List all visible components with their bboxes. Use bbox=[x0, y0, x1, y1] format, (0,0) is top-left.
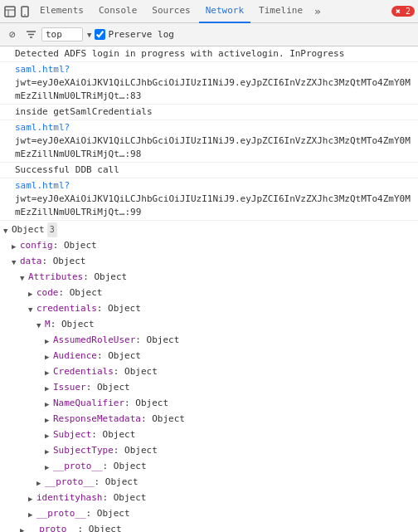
tree-node-audience[interactable]: ▶ Audience : Object bbox=[3, 349, 415, 364]
clear-console-button[interactable]: ⊘ bbox=[5, 27, 20, 42]
key-m: M bbox=[45, 317, 51, 332]
filter-button[interactable] bbox=[23, 27, 38, 42]
log-source-link-2[interactable]: saml.html? bbox=[15, 64, 70, 75]
triangle-responsemetadata[interactable]: ▶ bbox=[45, 412, 53, 427]
tree-root-triangle[interactable]: ▼ bbox=[3, 222, 12, 238]
triangle-proto-data[interactable]: ▶ bbox=[20, 522, 28, 532]
tree-node-config[interactable]: ▶ config : Object bbox=[3, 238, 415, 254]
key-proto-data: __proto__ bbox=[28, 522, 78, 532]
tab-console[interactable]: Console bbox=[92, 0, 143, 23]
tab-network[interactable]: Network bbox=[199, 0, 250, 23]
tree-root[interactable]: ▼ Object 3 bbox=[3, 222, 415, 238]
triangle-identityhash[interactable]: ▶ bbox=[28, 491, 36, 506]
triangle-data[interactable]: ▼ bbox=[12, 254, 20, 270]
triangle-creds[interactable]: ▶ bbox=[45, 364, 53, 380]
log-line-5: Successful DDB call bbox=[0, 163, 418, 178]
key-issuer: Issuer bbox=[53, 380, 86, 395]
tree-node-proto-attr[interactable]: ▶ __proto__ : Object bbox=[3, 506, 415, 522]
triangle-code[interactable]: ▶ bbox=[28, 286, 36, 301]
triangle-config[interactable]: ▶ bbox=[12, 238, 20, 254]
log-text-5: Successful DDB call bbox=[15, 164, 415, 177]
val-credentials: Object bbox=[108, 301, 141, 316]
triangle-assumedroleuser[interactable]: ▶ bbox=[45, 333, 53, 349]
key-config: config bbox=[20, 238, 53, 253]
log-source-link-6[interactable]: saml.html? bbox=[15, 180, 70, 191]
triangle-proto-cred[interactable]: ▶ bbox=[36, 475, 45, 491]
tree-node-credentials[interactable]: ▼ credentials : Object bbox=[3, 301, 415, 317]
tree-node-issuer[interactable]: ▶ Issuer : Object bbox=[3, 380, 415, 396]
tab-timeline[interactable]: Timeline bbox=[252, 0, 309, 23]
triangle-proto-attr[interactable]: ▶ bbox=[28, 506, 36, 522]
log-line-1: Detected ADFS login in progress with act… bbox=[0, 46, 418, 62]
log-line-3: inside getSamlCredentials bbox=[0, 105, 418, 120]
val-responsemetadata: Object bbox=[152, 412, 185, 427]
key-code: code bbox=[36, 286, 59, 300]
svg-rect-0 bbox=[5, 7, 15, 17]
object-tree: ▼ Object 3 ▶ config : Object ▼ data : Ob… bbox=[0, 221, 418, 532]
log-text-3: inside getSamlCredentials bbox=[15, 105, 415, 119]
val-proto-cred: Object bbox=[105, 475, 139, 490]
console-output: Detected ADFS login in progress with act… bbox=[0, 46, 418, 532]
preserve-log-checkbox-label[interactable]: Preserve log bbox=[95, 29, 173, 40]
key-data: data bbox=[20, 254, 42, 269]
log-content-2: saml.html? jwt=eyJ0eXAiOiJKV1QiLCJhbGciO… bbox=[15, 63, 415, 103]
mobile-icon[interactable] bbox=[18, 5, 32, 18]
triangle-subject[interactable]: ▶ bbox=[45, 427, 53, 443]
val-config: Object bbox=[64, 238, 97, 253]
val-proto-data: Object bbox=[89, 522, 122, 532]
log-content-6: saml.html? jwt=eyJ0eXAiOiJKV1QiLCJhbGciO… bbox=[15, 179, 415, 219]
tree-node-proto-cred[interactable]: ▶ __proto__ : Object bbox=[3, 475, 415, 491]
triangle-audience[interactable]: ▶ bbox=[45, 349, 53, 364]
val-identityhash: Object bbox=[114, 491, 147, 505]
key-responsemetadata: ResponseMetadata bbox=[53, 412, 141, 427]
tree-node-proto-data[interactable]: ▶ __proto__ : Object bbox=[3, 522, 415, 532]
key-credentials: credentials bbox=[36, 301, 97, 316]
key-proto-m: __proto__ bbox=[53, 459, 103, 474]
tree-node-assumedroleuser[interactable]: ▶ AssumedRoleUser : Object bbox=[3, 333, 415, 349]
tree-node-subject[interactable]: ▶ Subject : Object bbox=[3, 427, 415, 443]
tree-node-responsemetadata[interactable]: ▶ ResponseMetadata : Object bbox=[3, 412, 415, 427]
log-content-4: saml.html? jwt=eyJ0eXAiOiJKV1QiLCJhbGciO… bbox=[15, 121, 415, 161]
log-jwt-4: jwt=eyJ0eXAiOiJKV1QiLCJhbGciOiJIUzI1NiJ9… bbox=[15, 135, 411, 159]
key-identityhash: identityhash bbox=[36, 491, 102, 505]
tree-node-code[interactable]: ▶ code : Object bbox=[3, 286, 415, 301]
key-proto-attr: __proto__ bbox=[36, 506, 86, 521]
tree-node-subjecttype[interactable]: ▶ SubjectType : Object bbox=[3, 443, 415, 459]
inspect-icon[interactable] bbox=[3, 5, 17, 18]
tree-root-badge: 3 bbox=[47, 222, 57, 237]
log-line-2: saml.html? jwt=eyJ0eXAiOiJKV1QiLCJhbGciO… bbox=[0, 62, 418, 105]
tree-node-identityhash[interactable]: ▶ identityhash : Object bbox=[3, 491, 415, 506]
log-source-link-4[interactable]: saml.html? bbox=[15, 122, 70, 133]
triangle-subjecttype[interactable]: ▶ bbox=[45, 443, 53, 459]
tree-node-m[interactable]: ▼ M : Object bbox=[3, 317, 415, 333]
key-creds: Credentials bbox=[53, 364, 114, 379]
key-subject: Subject bbox=[53, 427, 91, 442]
tab-elements[interactable]: Elements bbox=[33, 0, 90, 23]
triangle-m[interactable]: ▼ bbox=[36, 317, 45, 333]
val-m: Object bbox=[61, 317, 95, 332]
more-tabs-button[interactable]: » bbox=[311, 5, 324, 17]
triangle-credentials[interactable]: ▼ bbox=[28, 301, 36, 317]
triangle-proto-m[interactable]: ▶ bbox=[45, 459, 53, 475]
tree-node-creds[interactable]: ▶ Credentials : Object bbox=[3, 364, 415, 380]
key-attributes: Attributes bbox=[28, 270, 83, 285]
key-subjecttype: SubjectType bbox=[53, 443, 114, 458]
val-code: Object bbox=[70, 286, 103, 300]
triangle-issuer[interactable]: ▶ bbox=[45, 380, 53, 396]
tab-sources[interactable]: Sources bbox=[145, 0, 197, 23]
tree-node-proto-m[interactable]: ▶ __proto__ : Object bbox=[3, 459, 415, 475]
tree-node-namequalifier[interactable]: ▶ NameQualifier : Object bbox=[3, 396, 415, 412]
triangle-attributes[interactable]: ▼ bbox=[20, 270, 28, 286]
filter-dropdown-arrow[interactable]: ▼ bbox=[87, 31, 91, 39]
tree-node-attributes[interactable]: ▼ Attributes : Object bbox=[3, 270, 415, 286]
triangle-namequalifier[interactable]: ▶ bbox=[45, 396, 53, 412]
tree-node-data[interactable]: ▼ data : Object bbox=[3, 254, 415, 270]
filter-input-display: top bbox=[41, 27, 83, 41]
val-namequalifier: Object bbox=[135, 396, 168, 411]
log-jwt-2: jwt=eyJ0eXAiOiJKV1QiLCJhbGciOiJIUzI1NiJ9… bbox=[15, 77, 411, 101]
preserve-log-checkbox[interactable] bbox=[95, 29, 105, 40]
log-text-1: Detected ADFS login in progress with act… bbox=[15, 47, 415, 61]
val-subject: Object bbox=[103, 427, 136, 442]
key-audience: Audience bbox=[53, 349, 97, 364]
key-namequalifier: NameQualifier bbox=[53, 396, 124, 411]
